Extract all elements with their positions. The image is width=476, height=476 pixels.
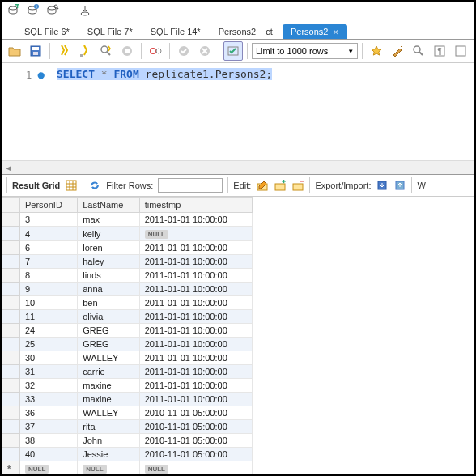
editor-scrollbar[interactable]: ◄: [2, 160, 474, 174]
cell[interactable]: 2011-01-01 10:00:00: [139, 296, 252, 310]
cell[interactable]: 2011-01-01 10:00:00: [139, 324, 252, 338]
rollback-button[interactable]: [195, 41, 215, 61]
export-icon[interactable]: [376, 179, 389, 192]
cell[interactable]: 2010-11-01 05:00:00: [139, 448, 252, 461]
cell[interactable]: 2011-01-01 10:00:00: [139, 393, 252, 406]
tab-sql-file-14-[interactable]: SQL File 14*: [142, 24, 209, 39]
cell[interactable]: 10: [20, 296, 78, 310]
execute-current-button[interactable]: [75, 41, 95, 61]
table-row[interactable]: 36WALLEY2010-11-01 05:00:00: [2, 406, 253, 420]
row-header[interactable]: [2, 241, 20, 255]
table-row[interactable]: 40Jessie2010-11-01 05:00:00: [2, 448, 253, 461]
cell[interactable]: 30: [20, 351, 78, 365]
row-header[interactable]: [2, 324, 20, 338]
cell[interactable]: 2011-01-01 10:00:00: [139, 283, 252, 296]
stop-on-error-button[interactable]: [146, 41, 165, 61]
cell[interactable]: rita: [78, 420, 139, 434]
table-row[interactable]: 30WALLEY2011-01-01 10:00:00: [2, 351, 253, 365]
cell[interactable]: 2011-01-01 10:00:00: [139, 310, 252, 324]
wrap-button[interactable]: [451, 41, 470, 61]
cell[interactable]: 3: [20, 213, 78, 227]
cell[interactable]: 6: [20, 241, 78, 255]
cell[interactable]: 7: [20, 255, 78, 269]
column-header[interactable]: PersonID: [20, 198, 78, 213]
grid-icon[interactable]: [65, 179, 78, 192]
cell[interactable]: WALLEY: [78, 406, 139, 420]
table-row[interactable]: 9anna2011-01-01 10:00:00: [2, 283, 253, 296]
cell[interactable]: 31: [20, 365, 78, 379]
cell[interactable]: 9: [20, 283, 78, 296]
table-row[interactable]: 10ben2011-01-01 10:00:00: [2, 296, 253, 310]
cell[interactable]: 8: [20, 269, 78, 283]
cell[interactable]: carrie: [78, 365, 139, 379]
save-file-button[interactable]: [26, 41, 45, 61]
result-grid[interactable]: PersonIDLastNametimestmp 3max2011-01-01 …: [2, 197, 474, 474]
commit-button[interactable]: [174, 41, 193, 61]
sql-editor[interactable]: 1 ● SELECT * FROM replicate1.Persons2;: [2, 63, 474, 160]
cell[interactable]: 2011-01-01 10:00:00: [139, 255, 252, 269]
tab-sql-file-6-[interactable]: SQL File 6*: [16, 24, 78, 39]
cell[interactable]: GREG: [78, 338, 139, 351]
cell[interactable]: maxine: [78, 379, 139, 393]
cell[interactable]: ben: [78, 296, 139, 310]
row-header[interactable]: [2, 393, 20, 406]
table-row[interactable]: 32maxine2011-01-01 10:00:00: [2, 379, 253, 393]
table-row[interactable]: 37rita2010-11-01 05:00:00: [2, 420, 253, 434]
find-button[interactable]: [409, 41, 428, 61]
row-header[interactable]: [2, 283, 20, 296]
cell[interactable]: 2011-01-01 10:00:00: [139, 351, 252, 365]
row-header[interactable]: [2, 213, 20, 227]
table-row[interactable]: 24GREG2011-01-01 10:00:00: [2, 324, 253, 338]
cell[interactable]: 25: [20, 338, 78, 351]
cell[interactable]: GREG: [78, 324, 139, 338]
table-row[interactable]: 6loren2011-01-01 10:00:00: [2, 241, 253, 255]
row-header[interactable]: [2, 310, 20, 324]
sql-code[interactable]: SELECT * FROM replicate1.Persons2;: [52, 63, 474, 160]
cell[interactable]: 2011-01-01 10:00:00: [139, 241, 252, 255]
execute-button[interactable]: [54, 41, 74, 61]
table-row[interactable]: 31carrie2011-01-01 10:00:00: [2, 365, 253, 379]
refresh-icon[interactable]: [88, 179, 101, 192]
table-row[interactable]: 25GREG2011-01-01 10:00:00: [2, 338, 253, 351]
table-row[interactable]: 8linds2011-01-01 10:00:00: [2, 269, 253, 283]
table-row[interactable]: 7haley2011-01-01 10:00:00: [2, 255, 253, 269]
explain-button[interactable]: [96, 41, 116, 61]
cell[interactable]: 4: [20, 227, 78, 241]
cell[interactable]: 2011-01-01 10:00:00: [139, 269, 252, 283]
cell[interactable]: 38: [20, 434, 78, 448]
edit-row-icon[interactable]: [256, 179, 269, 192]
tab-persons2--ct[interactable]: Persons2__ct: [210, 24, 281, 39]
cell[interactable]: kelly: [78, 227, 139, 241]
table-row[interactable]: 11olivia2011-01-01 10:00:00: [2, 310, 253, 324]
cell[interactable]: 40: [20, 448, 78, 461]
db-info-icon[interactable]: i: [26, 3, 40, 18]
db-add-icon[interactable]: [6, 3, 21, 18]
cell[interactable]: 2011-01-01 10:00:00: [139, 365, 252, 379]
cell[interactable]: 2010-11-01 05:00:00: [139, 434, 252, 448]
show-invisible-button[interactable]: ¶: [430, 41, 449, 61]
autocommit-toggle[interactable]: [223, 41, 243, 61]
cell[interactable]: NULL: [20, 461, 78, 475]
cell[interactable]: linds: [78, 269, 139, 283]
cell[interactable]: 24: [20, 324, 78, 338]
cell[interactable]: max: [78, 213, 139, 227]
row-header[interactable]: [2, 255, 20, 269]
row-header[interactable]: [2, 448, 20, 461]
db-search-icon[interactable]: [45, 3, 60, 18]
row-header[interactable]: [2, 227, 20, 241]
row-limit-dropdown[interactable]: Limit to 1000 rows▼: [252, 43, 358, 59]
row-header[interactable]: [2, 269, 20, 283]
table-row[interactable]: 4kellyNULL: [2, 227, 253, 241]
cell[interactable]: olivia: [78, 310, 139, 324]
cell[interactable]: WALLEY: [78, 351, 139, 365]
favorites-button[interactable]: [367, 41, 386, 61]
close-icon[interactable]: ✕: [333, 28, 339, 36]
cell[interactable]: 11: [20, 310, 78, 324]
column-header[interactable]: LastName: [78, 198, 139, 213]
row-header[interactable]: [2, 296, 20, 310]
beautify-button[interactable]: [388, 41, 407, 61]
cell[interactable]: Jessie: [78, 448, 139, 461]
row-header[interactable]: [2, 406, 20, 420]
import-icon[interactable]: [393, 179, 406, 192]
cell[interactable]: maxine: [78, 393, 139, 406]
